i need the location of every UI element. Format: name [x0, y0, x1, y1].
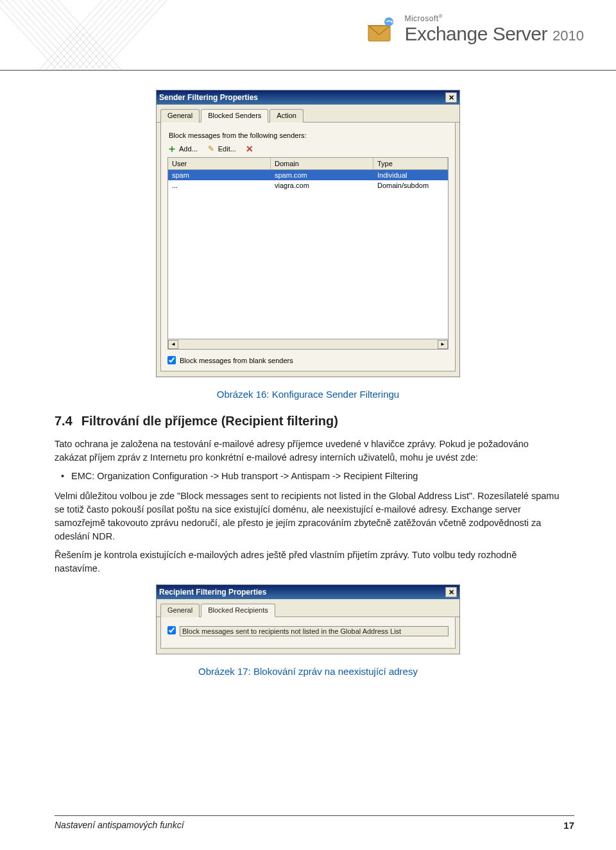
bullet-item: EMC: Organization Configuration -> Hub t… — [71, 470, 561, 483]
dialog-titlebar: Sender Filtering Properties ✕ — [157, 90, 459, 105]
recipient-filtering-dialog: Recipient Filtering Properties ✕ General… — [156, 584, 460, 654]
brand-year: 2010 — [552, 28, 584, 44]
add-button[interactable]: ＋Add... — [167, 144, 198, 153]
col-domain[interactable]: Domain — [271, 158, 373, 169]
footer-chapter: Nastavení antispamových funkcí — [55, 820, 184, 831]
figure-caption-17: Obrázek 17: Blokování zpráv na neexistuj… — [55, 666, 561, 677]
senders-grid: User Domain Type spam spam.com Individua… — [167, 157, 449, 350]
tab-general[interactable]: General — [160, 109, 200, 123]
figure-caption-16: Obrázek 16: Konfigurace Sender Filtering… — [55, 389, 561, 400]
paragraph: Řešením je kontrola existujících e-mailo… — [55, 548, 561, 575]
tab-action[interactable]: Action — [270, 109, 304, 123]
exchange-logo-icon — [364, 13, 397, 45]
section-heading: 7.4 Filtrování dle příjemce (Recipient f… — [55, 414, 561, 429]
dialog-tabs: General Blocked Recipients — [157, 599, 459, 617]
tab-blocked-recipients[interactable]: Blocked Recipients — [201, 604, 275, 617]
dialog-titlebar: Recipient Filtering Properties ✕ — [157, 585, 459, 599]
tab-general[interactable]: General — [160, 604, 200, 617]
scroll-right-icon[interactable]: ► — [438, 340, 448, 349]
plus-icon: ＋ — [167, 144, 176, 153]
pencil-icon: ✎ — [207, 144, 216, 153]
paragraph: Velmi důležitou volbou je zde "Block mes… — [55, 489, 561, 543]
grid-body: spam spam.com Individual ... viagra.com … — [168, 170, 448, 339]
page-footer: Nastavení antispamových funkcí 17 — [55, 815, 574, 831]
footer-page-number: 17 — [563, 820, 574, 831]
page-header: Microsoft® Exchange Server 2010 — [0, 0, 616, 71]
grid-header: User Domain Type — [168, 158, 448, 170]
block-not-listed-label: Block messages sent to recipients not li… — [180, 626, 449, 636]
brand-block: Microsoft® Exchange Server 2010 — [364, 13, 584, 45]
block-blank-senders-row: Block messages from blank senders — [167, 356, 449, 364]
dialog-title: Sender Filtering Properties — [159, 93, 445, 102]
edit-label: Edit... — [218, 145, 236, 153]
brand-microsoft-text: Microsoft — [404, 14, 438, 23]
close-button[interactable]: ✕ — [445, 92, 457, 103]
section-title: Filtrování dle příjemce (Recipient filte… — [81, 414, 338, 429]
cell-user: spam — [168, 170, 271, 180]
bullet-list: EMC: Organization Configuration -> Hub t… — [55, 470, 561, 483]
section-number: 7.4 — [55, 414, 73, 429]
cell-type: Domain/subdom — [373, 180, 448, 191]
cell-user: ... — [168, 180, 271, 191]
tab-panel-blocked: Block messages from the following sender… — [160, 123, 456, 371]
cell-domain: viagra.com — [271, 180, 373, 191]
add-label: Add... — [179, 145, 198, 153]
header-rule — [0, 70, 616, 71]
sender-filtering-dialog: Sender Filtering Properties ✕ General Bl… — [156, 90, 460, 377]
tab-blocked-senders[interactable]: Blocked Senders — [201, 109, 268, 123]
dialog-tabs: General Blocked Senders Action — [157, 105, 459, 123]
edit-button[interactable]: ✎Edit... — [207, 144, 236, 153]
grid-row[interactable]: ... viagra.com Domain/subdom — [168, 180, 448, 191]
delete-button[interactable]: ✕ — [245, 144, 254, 153]
brand-product-name: Exchange Server — [404, 23, 547, 45]
delete-icon: ✕ — [245, 144, 254, 153]
block-not-listed-row: Block messages sent to recipients not li… — [167, 626, 449, 636]
panel-description: Block messages from the following sender… — [169, 132, 449, 139]
grid-row[interactable]: spam spam.com Individual — [168, 170, 448, 180]
block-blank-senders-checkbox[interactable] — [167, 356, 176, 364]
col-user[interactable]: User — [168, 158, 271, 169]
brand-microsoft-label: Microsoft® — [404, 13, 584, 23]
scroll-left-icon[interactable]: ◄ — [168, 340, 178, 349]
tab-panel: Block messages sent to recipients not li… — [160, 617, 456, 649]
paragraph: Tato ochrana je založena na testování e-… — [55, 438, 561, 464]
cell-domain: spam.com — [271, 170, 373, 180]
block-not-listed-checkbox[interactable] — [167, 626, 176, 634]
header-decoration — [0, 0, 167, 71]
horizontal-scrollbar[interactable]: ◄ ► — [168, 339, 448, 349]
block-blank-senders-label: Block messages from blank senders — [180, 357, 293, 364]
dialog-title: Recipient Filtering Properties — [159, 588, 445, 597]
toolbar: ＋Add... ✎Edit... ✕ — [167, 144, 449, 153]
close-button[interactable]: ✕ — [445, 587, 457, 597]
brand-text: Microsoft® Exchange Server 2010 — [404, 13, 584, 45]
cell-type: Individual — [373, 170, 448, 180]
col-type[interactable]: Type — [373, 158, 448, 169]
